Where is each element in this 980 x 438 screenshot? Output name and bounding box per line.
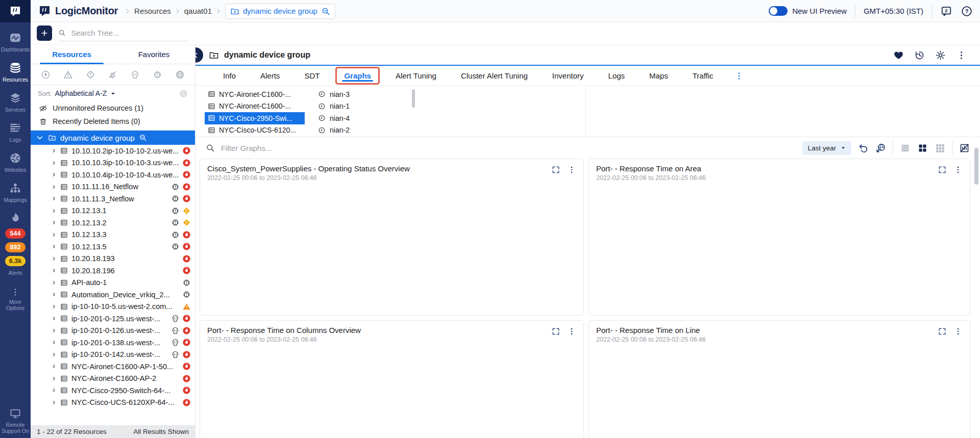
zoom-out-icon[interactable] (139, 134, 147, 142)
visibility-icon[interactable]: 0255075Mar '22May '22Jul '22Sep '22Nov '… (922, 327, 931, 336)
globe-export-icon[interactable] (875, 143, 886, 153)
help-icon[interactable]: ? (961, 5, 973, 17)
tree-item[interactable]: ip-10-201-0-125.us-west-... (31, 313, 195, 325)
kebab-icon[interactable] (953, 327, 963, 336)
expand-icon[interactable] (938, 327, 947, 336)
tab-logs[interactable]: Logs (596, 67, 638, 85)
visibility-icon[interactable]: 010203040Mar '22May '22Jul '22Sep '22Nov… (922, 165, 931, 174)
tree-item[interactable]: ip-10-10-10-5.us-west-2.com... (31, 301, 195, 313)
rail-item-services[interactable]: Services (0, 91, 31, 113)
grid-3-view-icon[interactable] (935, 143, 945, 153)
rail-item-resources[interactable]: Resources (0, 61, 31, 83)
tab-alerts[interactable]: Alerts (248, 67, 292, 85)
tree-item[interactable]: 10.12.13.3 ? (31, 229, 195, 241)
favorite-heart-icon[interactable] (893, 50, 904, 61)
alert-count-badge[interactable]: 892 (5, 242, 26, 252)
tree-search-input[interactable] (70, 28, 189, 38)
tree-group-dynamic-device-group[interactable]: dynamic device group (31, 131, 195, 145)
instance-row[interactable]: nian-3 (318, 88, 405, 100)
breadcrumb-current-group[interactable]: dynamic device group (225, 4, 335, 19)
kebab-icon[interactable] (567, 165, 576, 174)
tree-item[interactable]: 10.11.11.16_Netflow ? (31, 181, 195, 193)
zoom-out-icon[interactable] (321, 7, 330, 16)
device-row[interactable]: NYC-Cisco-UCS-6120... (205, 124, 305, 137)
instance-row[interactable]: nian-1 (318, 100, 405, 113)
skull-icon[interactable] (130, 70, 140, 80)
logo-block[interactable] (0, 0, 31, 22)
instance-row[interactable]: nian-4 (318, 112, 405, 124)
tree-item[interactable]: Automation_Device_vrkiq_2... ? (31, 289, 195, 301)
expand-icon[interactable] (551, 327, 560, 336)
tree-item[interactable]: 10.20.18.196 (31, 265, 195, 277)
globe-icon[interactable] (175, 70, 185, 80)
visibility-icon[interactable]: 02468Mar '22May '22Jul '22Sep '22Nov '22… (535, 165, 545, 174)
sort-value[interactable]: Alphabetical A-Z (55, 89, 107, 97)
target-icon[interactable] (179, 89, 188, 98)
time-range-select[interactable]: Last year (802, 141, 851, 155)
tree-item[interactable]: 10.10.10.3ip-10-10-10-3.us-we... (31, 157, 195, 169)
tree-item[interactable]: API-auto-1 ? (31, 277, 195, 289)
settings-gear-icon[interactable] (935, 50, 946, 61)
tree-item[interactable]: ip-10-201-0-138.us-west-... (31, 337, 195, 349)
undo-icon[interactable] (858, 143, 869, 153)
chip-icon[interactable]: ? (153, 70, 162, 80)
kebab-menu-icon[interactable] (956, 50, 967, 61)
rail-item-mappings[interactable]: Mappings (0, 182, 31, 203)
graph-filter-input[interactable] (220, 143, 375, 153)
tree-item[interactable]: NYC-Cisco-UCS-6120XP-64-... (31, 397, 195, 409)
tree-tab-favorites[interactable]: Favorites (113, 44, 195, 64)
device-row[interactable]: NYC-Aironet-C1600-... (205, 88, 305, 100)
alerts-flame-icon[interactable] (9, 211, 22, 225)
tab-cluster-alert-tuning[interactable]: Cluster Alert Tuning (449, 67, 540, 85)
tree-item[interactable]: ip-10-201-0-126.us-west-... (31, 325, 195, 337)
device-row[interactable]: NYC-Cisco-2950-Swi... (205, 112, 305, 124)
tab-traffic[interactable]: Traffic (680, 67, 726, 85)
rail-item-logs[interactable]: Logs (0, 121, 31, 143)
tree-item[interactable]: 10.10.10.2ip-10-10-10-2.us-we... (31, 145, 195, 157)
tree-item[interactable]: 10.12.13.5 ? (31, 241, 195, 253)
device-row[interactable]: NYC-Aironet-C1600-... (205, 100, 305, 113)
tree-item[interactable]: ip-10-201-0-142.us-west-... (31, 349, 195, 361)
expand-icon[interactable] (938, 165, 947, 174)
breadcrumb-resources[interactable]: Resources (134, 7, 171, 15)
tree-item[interactable]: 10.20.18.193 (31, 253, 195, 265)
warning-triangle-outline-icon[interactable] (63, 70, 73, 80)
feedback-chat-icon[interactable]: 2 (940, 5, 952, 17)
bell-slash-icon[interactable] (108, 70, 117, 80)
expand-icon[interactable] (551, 165, 560, 174)
instance-row[interactable]: nian-2 (318, 124, 405, 137)
sdt-clock-icon[interactable] (914, 50, 925, 61)
kebab-icon[interactable] (734, 71, 744, 81)
flame-outline-icon[interactable] (41, 70, 51, 80)
tab-inventory[interactable]: Inventory (540, 67, 596, 85)
collapse-tree-button[interactable] (195, 47, 203, 63)
brand[interactable]: LogicMonitor (38, 4, 118, 18)
rail-item-dashboards[interactable]: Dashboards (0, 31, 31, 53)
tab-maps[interactable]: Maps (637, 67, 680, 85)
tree-item[interactable]: NYC-Cisco-2950-Switch-64-... (31, 384, 195, 397)
tree-shortcut[interactable]: Unmonitored Resources (1) (31, 101, 195, 115)
tree-item[interactable]: 10.10.10.4ip-10-10-10-4.us-we... (31, 169, 195, 181)
alert-count-badge[interactable]: 544 (5, 228, 26, 239)
more-options-button[interactable]: More Options (2, 287, 29, 311)
tree-item[interactable]: NYC-Aironet-C1600-AP-1-50... (31, 360, 195, 373)
timezone-label[interactable]: GMT+05:30 (IST) (864, 7, 923, 15)
breadcrumb-qauat01[interactable]: qauat01 (184, 7, 212, 15)
tree-tab-resources[interactable]: Resources (31, 44, 113, 64)
remote-support-button[interactable]: Remote Support On (1, 407, 30, 434)
tree-item[interactable]: 10.12.13.2 ? (31, 217, 195, 229)
visibility-icon[interactable]: 02.5k5k7.5kMar '22May '22Jul '22Sep '22N… (535, 327, 545, 336)
no-data-toggle-icon[interactable] (959, 143, 970, 153)
main-scrollbar[interactable] (974, 148, 978, 185)
grid-2-view-icon[interactable] (917, 143, 928, 153)
new-ui-toggle[interactable] (769, 6, 788, 16)
tab-alert-tuning[interactable]: Alert Tuning (383, 67, 449, 85)
tab-graphs[interactable]: Graphs (335, 67, 380, 85)
chevron-down-icon[interactable] (110, 90, 116, 97)
tree-item[interactable]: NYC-Aironet-C1600-AP-2 (31, 373, 195, 385)
alert-count-badge[interactable]: 6.3k (5, 256, 26, 266)
warning-diamond-outline-icon[interactable] (86, 70, 95, 80)
add-resource-button[interactable] (37, 25, 52, 41)
kebab-icon[interactable] (953, 165, 963, 174)
tree-shortcut[interactable]: Recently Deleted Items (0) (31, 115, 195, 128)
